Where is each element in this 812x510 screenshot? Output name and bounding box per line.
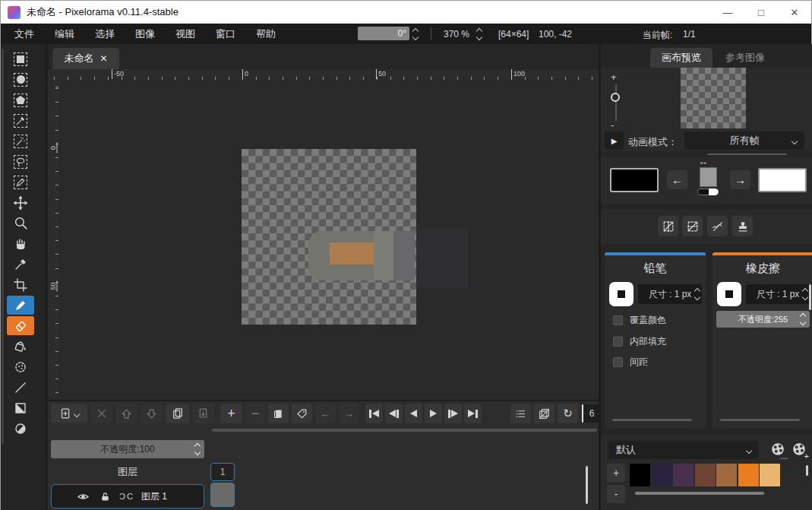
zoom-spinner[interactable] — [477, 29, 482, 40]
fps-field[interactable]: 6 — [583, 404, 600, 423]
delete-layer-button[interactable] — [90, 404, 112, 423]
edit-palette-button[interactable]: … — [768, 439, 788, 459]
eraser-brush-button[interactable] — [717, 282, 741, 306]
frame-tag-button[interactable] — [292, 404, 312, 423]
rectangle-select-tool[interactable] — [7, 49, 34, 68]
zoom-tool[interactable] — [7, 214, 34, 233]
pixel-perfect-button[interactable] — [707, 216, 728, 236]
polygon-select-tool[interactable] — [7, 90, 34, 109]
remove-frame-button[interactable]: − — [245, 404, 265, 423]
palette-swatch[interactable] — [760, 464, 780, 486]
checkbox-icon[interactable] — [613, 315, 623, 325]
tool-options-scrollbar[interactable] — [809, 284, 811, 310]
pencil-size-spinner[interactable]: 尺寸 : 1 px — [638, 284, 702, 304]
toolbar-scrollbar[interactable] — [2, 49, 4, 444]
checkbox-icon[interactable] — [613, 337, 623, 347]
timeline-scrollbar[interactable] — [212, 429, 597, 432]
magic-wand-tool[interactable] — [7, 131, 34, 150]
clone-frame-button[interactable] — [268, 404, 289, 423]
palette-swatch[interactable] — [695, 464, 716, 486]
tab-reference-images[interactable]: 参考图像 — [716, 48, 774, 68]
preview-play-button[interactable]: ▶ — [605, 131, 624, 150]
next-frame-button[interactable] — [444, 404, 462, 423]
rectangle-tool[interactable] — [7, 398, 34, 417]
paint-select-tool[interactable] — [7, 173, 34, 192]
spacing-option[interactable]: 间距 — [613, 356, 648, 369]
add-swatch-button[interactable]: + — [607, 464, 625, 482]
go-first-frame-button[interactable] — [365, 404, 383, 423]
timeline-settings-button[interactable] — [510, 404, 531, 423]
pan-tool[interactable] — [7, 234, 34, 253]
palette-dropdown[interactable]: 默认 — [608, 441, 759, 459]
right-color-swatch[interactable] — [758, 168, 807, 192]
merge-down-layer-button[interactable] — [192, 404, 214, 423]
preview-zoom-in[interactable]: + — [611, 71, 617, 83]
exchange-colors-icon[interactable]: ↔ — [698, 156, 708, 167]
eraser-size-spinner[interactable]: 尺寸 : 1 px — [746, 284, 810, 304]
layer-visibility-icon[interactable] — [77, 490, 90, 503]
bucket-tool[interactable] — [7, 337, 34, 356]
swap-color-right-button[interactable]: → — [730, 170, 750, 189]
crop-tool[interactable] — [7, 275, 34, 294]
remove-swatch-button[interactable]: - — [607, 485, 625, 503]
layer-lock-icon[interactable] — [100, 491, 111, 502]
go-last-frame-button[interactable] — [464, 404, 482, 423]
ellipse-tool[interactable] — [7, 419, 34, 438]
mirror-horizontal-button[interactable] — [658, 216, 678, 236]
animation-mode-dropdown[interactable]: 所有帧 — [684, 131, 804, 150]
palette-scrollbar-horizontal[interactable] — [635, 492, 764, 495]
dynamics-button[interactable] — [732, 216, 753, 236]
new-palette-button[interactable]: + — [789, 439, 809, 459]
swap-color-left-button[interactable]: ← — [667, 170, 687, 189]
color-select-tool[interactable] — [7, 111, 34, 130]
color-picker-tool[interactable] — [7, 255, 34, 274]
menu-view[interactable]: 视图 — [175, 27, 195, 41]
preview-zoom-out[interactable]: - — [611, 119, 614, 131]
overwrite-color-option[interactable]: 覆盖颜色 — [613, 314, 666, 327]
eraser-opacity-slider[interactable]: 不透明度:255 — [716, 311, 810, 328]
rotation-field[interactable]: 0° — [358, 27, 409, 40]
layer-link-icon[interactable]: ƆC — [119, 492, 134, 501]
lasso-tool[interactable] — [7, 152, 34, 171]
minimize-button[interactable]: — — [711, 1, 744, 24]
move-frame-right-button[interactable]: → — [339, 404, 359, 423]
pencil-panel-scrollbar[interactable] — [612, 419, 692, 421]
line-tool[interactable] — [7, 378, 34, 397]
loop-mode-button[interactable]: ↻ — [558, 404, 578, 423]
pencil-tool[interactable] — [7, 296, 34, 315]
mirror-vertical-button[interactable] — [682, 216, 703, 236]
palette-swatch[interactable] — [652, 464, 672, 486]
tab-close-icon[interactable]: ✕ — [100, 53, 107, 64]
menu-help[interactable]: 帮助 — [256, 27, 276, 41]
document-tab[interactable]: 未命名 ✕ — [52, 48, 119, 69]
preview-zoom-slider[interactable] — [615, 84, 617, 121]
menu-edit[interactable]: 编辑 — [55, 27, 74, 41]
frame-header-button[interactable]: 1 — [210, 463, 235, 481]
preview-zoom-knob[interactable] — [611, 93, 620, 102]
shading-tool[interactable] — [7, 357, 34, 376]
panel-splitter-handle[interactable] — [707, 154, 787, 155]
clone-layer-button[interactable] — [166, 404, 189, 423]
palette-swatch[interactable] — [716, 464, 737, 486]
palette-scrollbar-vertical[interactable] — [806, 465, 808, 476]
play-forward-button[interactable] — [425, 404, 442, 423]
add-layer-button[interactable] — [51, 404, 87, 423]
tab-canvas-preview[interactable]: 画布预览 — [650, 48, 712, 68]
menu-image[interactable]: 图像 — [135, 27, 155, 41]
layer-row[interactable]: ƆC 图层 1 — [51, 484, 204, 508]
menu-select[interactable]: 选择 — [95, 27, 115, 41]
eraser-tool[interactable] — [7, 316, 34, 335]
move-frame-left-button[interactable]: ← — [315, 404, 336, 423]
maximize-button[interactable]: □ — [744, 1, 778, 24]
eraser-panel-scrollbar[interactable] — [720, 419, 800, 421]
palette-swatch[interactable] — [630, 464, 650, 486]
palette-swatch[interactable] — [673, 464, 694, 486]
cel-thumbnail[interactable] — [210, 483, 235, 507]
layers-scrollbar[interactable] — [586, 466, 588, 504]
canvas-viewport[interactable] — [58, 80, 599, 400]
left-color-swatch[interactable] — [610, 168, 659, 192]
add-frame-button[interactable]: + — [220, 404, 242, 423]
menu-file[interactable]: 文件 — [14, 27, 34, 41]
close-button[interactable]: ✕ — [778, 1, 811, 24]
checkbox-icon[interactable] — [613, 357, 623, 367]
